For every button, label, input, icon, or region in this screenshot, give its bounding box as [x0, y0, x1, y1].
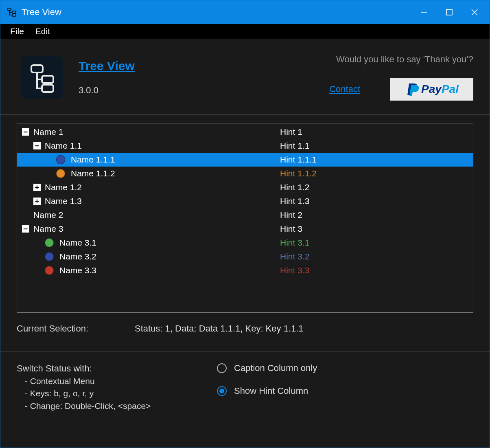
tree-row[interactable]: Name 3.3Hint 3.3: [17, 264, 473, 277]
status-dot-icon: [56, 169, 65, 178]
radio-icon: [217, 363, 227, 373]
app-small-icon: [6, 7, 18, 18]
menubar: File Edit: [0, 24, 490, 39]
radio-label: Show Hint Column: [234, 386, 308, 396]
status-dot-icon: [45, 238, 54, 247]
tree-node-name: Name 1: [33, 127, 63, 137]
radio-caption-only[interactable]: Caption Column only: [217, 363, 317, 373]
paypal-text-pay: Pay: [421, 83, 442, 95]
selection-value: Status: 1, Data: Data 1.1.1, Key: Key 1.…: [135, 323, 304, 334]
tree-node-hint: Hint 1.1.1: [280, 155, 317, 164]
svg-rect-4: [446, 9, 452, 15]
tree-row[interactable]: −Name 3Hint 3: [17, 222, 473, 236]
tree-node-name: Name 1.3: [45, 196, 82, 206]
tree-node-hint: Hint 3.2: [280, 252, 309, 261]
tree-node-hint: Hint 1.2: [280, 182, 309, 192]
tree-row[interactable]: −Name 1Hint 1: [17, 125, 473, 139]
header-panel: Tree View 3.0.0 Would you like to say 'T…: [0, 40, 490, 115]
paypal-icon: [405, 81, 421, 97]
menu-file[interactable]: File: [4, 25, 30, 38]
tree-node-hint: Hint 1.1: [280, 141, 309, 150]
tree-node-name: Name 2: [33, 210, 63, 220]
tree-row[interactable]: Name 3.2Hint 3.2: [17, 250, 473, 264]
tree-node-hint: Hint 1.3: [280, 196, 309, 206]
svg-rect-8: [42, 76, 53, 83]
status-dot-icon: [45, 266, 54, 275]
app-title-link[interactable]: Tree View: [79, 59, 135, 73]
tree-row[interactable]: +Name 1.2Hint 1.2: [17, 180, 473, 194]
tree-node-name: Name 3.3: [59, 266, 96, 275]
selection-label: Current Selection:: [17, 323, 135, 334]
status-dot-icon: [45, 252, 54, 261]
svg-rect-7: [31, 65, 43, 72]
tree-view[interactable]: −Name 1Hint 1−Name 1.1Hint 1.1Name 1.1.1…: [17, 123, 473, 313]
collapse-icon[interactable]: −: [22, 128, 29, 136]
tree-node-name: Name 1.2: [45, 182, 82, 192]
app-version: 3.0.0: [79, 85, 135, 96]
tree-node-hint: Hint 1.1.2: [280, 169, 317, 178]
help-line-1: - Contextual Menu: [17, 375, 217, 387]
tree-node-hint: Hint 3.3: [280, 266, 309, 275]
help-title: Switch Status with:: [17, 362, 217, 375]
tree-node-name: Name 1.1.2: [71, 169, 115, 178]
tree-node-name: Name 1.1: [45, 141, 82, 151]
tree-row[interactable]: +Name 1.3Hint 1.3: [17, 194, 473, 208]
tree-node-name: Name 3: [33, 224, 63, 234]
collapse-icon[interactable]: −: [33, 142, 41, 149]
paypal-button[interactable]: PayPal: [390, 78, 473, 101]
collapse-icon[interactable]: −: [22, 225, 29, 233]
tree-row[interactable]: Name 1.1.2Hint 1.1.2: [17, 167, 473, 180]
titlebar: Tree View: [0, 0, 490, 24]
tree-row[interactable]: Name 3.1Hint 3.1: [17, 236, 473, 250]
svg-rect-9: [42, 85, 53, 92]
status-dot-icon: [56, 155, 65, 164]
expand-icon[interactable]: +: [33, 198, 41, 205]
tree-node-hint: Hint 3: [280, 224, 302, 233]
expand-icon[interactable]: +: [33, 184, 41, 191]
tree-row[interactable]: Name 1.1.1Hint 1.1.1: [17, 153, 473, 167]
tree-node-hint: Hint 3.1: [280, 238, 309, 247]
tree-node-hint: Hint 2: [280, 210, 302, 220]
help-line-2: - Keys: b, g, o, r, y: [17, 387, 217, 400]
radio-label: Caption Column only: [234, 363, 317, 373]
radio-show-hint[interactable]: Show Hint Column: [217, 386, 317, 396]
contact-link[interactable]: Contact: [329, 84, 360, 94]
window-title: Tree View: [22, 7, 411, 18]
help-line-3: - Change: Double-Click, <space>: [17, 400, 217, 412]
radio-icon: [217, 386, 227, 396]
paypal-text-pal: Pal: [442, 83, 459, 95]
tree-row[interactable]: −Name 1.1Hint 1.1: [17, 139, 473, 153]
maximize-button[interactable]: [437, 3, 462, 21]
app-icon: [21, 56, 63, 99]
minimize-button[interactable]: [411, 3, 437, 21]
thankyou-text: Would you like to say 'Thank you'?: [336, 54, 473, 65]
menu-edit[interactable]: Edit: [30, 25, 56, 38]
svg-rect-2: [12, 14, 16, 16]
svg-rect-0: [8, 8, 11, 11]
tree-node-name: Name 3.2: [59, 252, 96, 261]
tree-node-name: Name 3.1: [59, 238, 96, 248]
tree-row[interactable]: Name 2Hint 2: [17, 208, 473, 222]
close-button[interactable]: [462, 3, 487, 21]
svg-rect-1: [12, 11, 16, 13]
tree-node-name: Name 1.1.1: [71, 155, 115, 165]
tree-node-hint: Hint 1: [280, 127, 302, 136]
